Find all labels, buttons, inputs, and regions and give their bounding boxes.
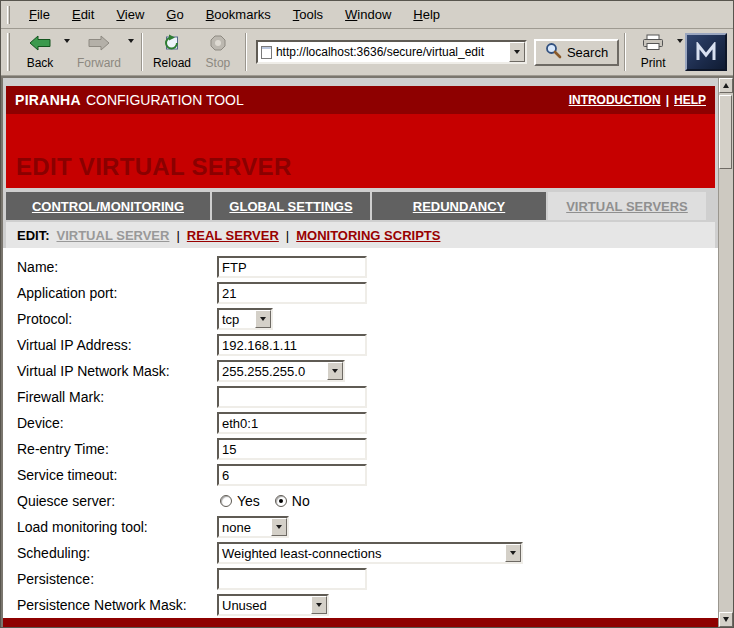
url-history-dropdown[interactable] [509, 42, 525, 62]
brand-title: PIRANHACONFIGURATION TOOL [15, 92, 244, 108]
protocol-select[interactable]: tcp [217, 308, 273, 330]
title-band: EDIT VIRTUAL SERVER [6, 114, 715, 188]
device-label: Device: [17, 415, 217, 431]
form-row-persistence-mask: Persistence Network Mask: Unused [17, 592, 718, 618]
name-input[interactable] [217, 256, 367, 278]
forward-button[interactable]: Forward [72, 31, 126, 73]
scheduling-select[interactable]: Weighted least-connections [217, 542, 523, 564]
subnav-real-server-link[interactable]: REAL SERVER [187, 228, 279, 243]
scrollbar-track[interactable] [719, 93, 733, 612]
subnav-virtual-server-link[interactable]: VIRTUAL SERVER [57, 228, 170, 243]
arrow-up-icon [723, 83, 729, 88]
chevron-down-icon [311, 596, 327, 614]
service-timeout-input[interactable] [217, 464, 367, 486]
reentry-time-input[interactable] [217, 438, 367, 460]
name-label: Name: [17, 259, 217, 275]
vertical-scrollbar[interactable] [718, 78, 733, 627]
form-row-scheduling: Scheduling: Weighted least-connections [17, 540, 718, 566]
tab-redundancy[interactable]: REDUNDANCY [372, 192, 546, 220]
back-dropdown-button[interactable] [62, 41, 72, 63]
scroll-up-button[interactable] [719, 78, 733, 93]
menu-view[interactable]: View [105, 3, 155, 26]
quiesce-no-radio[interactable] [275, 495, 287, 507]
piranha-header-bar: PIRANHACONFIGURATION TOOL INTRODUCTION |… [6, 86, 715, 114]
scrollbar-thumb[interactable] [719, 95, 732, 169]
quiesce-yes-radio[interactable] [220, 495, 232, 507]
quiesce-label: Quiesce server: [17, 493, 217, 509]
menu-help[interactable]: Help [402, 3, 451, 26]
load-monitoring-select[interactable]: none [217, 516, 289, 538]
stop-button[interactable]: Stop [196, 31, 240, 73]
menu-file[interactable]: File [18, 3, 61, 26]
section-divider-bar [3, 618, 718, 627]
persistence-input[interactable] [217, 568, 367, 590]
application-port-label: Application port: [17, 285, 217, 301]
persistence-label: Persistence: [17, 571, 217, 587]
persistence-mask-label: Persistence Network Mask: [17, 597, 217, 613]
subnav-monitoring-scripts-link[interactable]: MONITORING SCRIPTS [296, 228, 440, 243]
toolbar-grippy[interactable] [7, 33, 10, 71]
form-row-load-monitoring: Load monitoring tool: none [17, 514, 718, 540]
virtual-ip-input[interactable] [217, 334, 367, 356]
back-button[interactable]: Back [18, 31, 62, 73]
reentry-time-label: Re-entry Time: [17, 441, 217, 457]
chevron-down-icon [677, 39, 683, 60]
application-port-input[interactable] [217, 282, 367, 304]
protocol-label: Protocol: [17, 311, 217, 327]
url-bar [256, 40, 527, 64]
reload-button[interactable]: Reload [148, 31, 196, 73]
url-input[interactable] [276, 43, 509, 61]
menu-go[interactable]: Go [155, 3, 194, 26]
print-button[interactable]: Print [631, 31, 675, 73]
menu-tools[interactable]: Tools [282, 3, 334, 26]
virtual-ip-label: Virtual IP Address: [17, 337, 217, 353]
search-icon [545, 42, 562, 62]
chevron-down-icon [128, 39, 134, 60]
main-tabs: CONTROL/MONITORING GLOBAL SETTINGS REDUN… [6, 192, 715, 220]
form-row-device: Device: [17, 410, 718, 436]
load-monitoring-label: Load monitoring tool: [17, 519, 217, 535]
scroll-down-button[interactable] [719, 612, 733, 627]
subnav-prefix: EDIT: [17, 228, 50, 243]
firewall-mark-input[interactable] [217, 386, 367, 408]
page-title: EDIT VIRTUAL SERVER [6, 153, 292, 188]
search-button[interactable]: Search [534, 39, 619, 66]
browser-window: File Edit View Go Bookmarks Tools Window… [0, 0, 734, 628]
link-separator: | [666, 93, 669, 107]
form-row-quiesce: Quiesce server: Yes No [17, 488, 718, 514]
virtual-ip-mask-select[interactable]: 255.255.255.0 [217, 360, 345, 382]
form-row-application-port: Application port: [17, 280, 718, 306]
chevron-down-icon [255, 310, 271, 328]
device-input[interactable] [217, 412, 367, 434]
form-row-service-timeout: Service timeout: [17, 462, 718, 488]
scheduling-label: Scheduling: [17, 545, 217, 561]
toolbar-separator [624, 33, 626, 71]
help-link[interactable]: HELP [674, 93, 706, 107]
tab-control-monitoring[interactable]: CONTROL/MONITORING [6, 192, 210, 220]
page-proxy-icon[interactable] [261, 46, 272, 59]
tab-virtual-servers[interactable]: VIRTUAL SERVERS [548, 192, 706, 220]
menu-edit[interactable]: Edit [61, 3, 105, 26]
chevron-down-icon [514, 50, 520, 54]
reload-icon [162, 34, 181, 55]
toolbar-separator [245, 33, 247, 71]
chevron-down-icon [505, 544, 521, 562]
menubar-grippy[interactable] [7, 6, 10, 24]
introduction-link[interactable]: INTRODUCTION [569, 93, 661, 107]
toolbar-separator [141, 33, 143, 71]
service-timeout-label: Service timeout: [17, 467, 217, 483]
menu-bookmarks[interactable]: Bookmarks [195, 3, 282, 26]
forward-dropdown-button[interactable] [126, 41, 136, 63]
stop-icon [210, 35, 226, 55]
virtual-server-form: Name: Application port: Protocol: tcp Vi… [3, 248, 718, 618]
tab-global-settings[interactable]: GLOBAL SETTINGS [212, 192, 370, 220]
persistence-mask-select[interactable]: Unused [217, 594, 329, 616]
piranha-page: PIRANHACONFIGURATION TOOL INTRODUCTION |… [3, 78, 718, 627]
mozilla-throbber-logo[interactable] [685, 33, 727, 71]
quiesce-no-label: No [292, 493, 310, 509]
form-row-reentry-time: Re-entry Time: [17, 436, 718, 462]
firewall-mark-label: Firewall Mark: [17, 389, 217, 405]
print-icon [642, 34, 664, 55]
menu-window[interactable]: Window [334, 3, 402, 26]
print-dropdown-button[interactable] [675, 41, 685, 63]
